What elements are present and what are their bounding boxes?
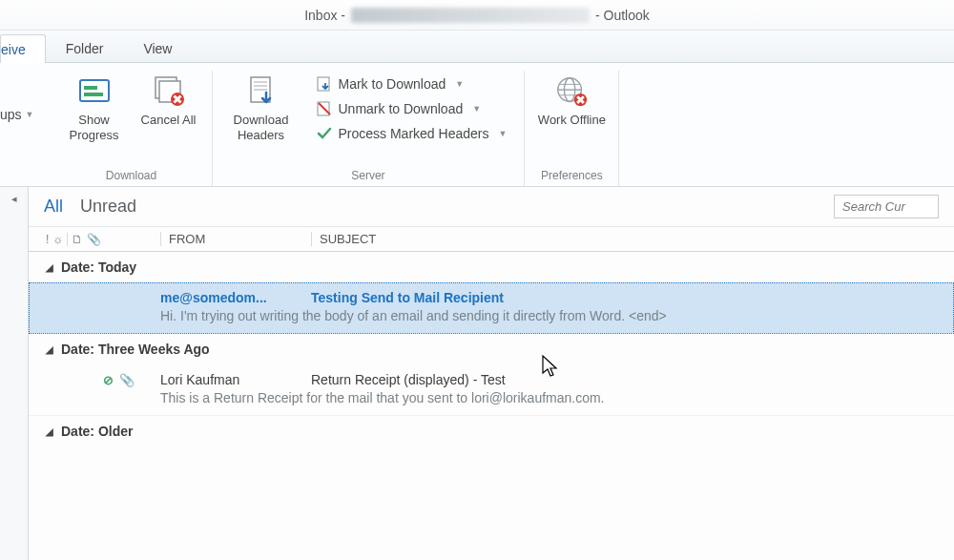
svg-rect-0 <box>80 80 109 101</box>
ribbon-tabs: eive Folder View <box>0 31 954 63</box>
filter-row: All Unread <box>29 187 954 227</box>
column-headers: ! ☼ 🗋 📎 FROM SUBJECT <box>29 227 954 252</box>
mail-icons: ⊘ 📎 <box>46 373 160 387</box>
mail-item-selected[interactable]: me@somedom... Testing Send to Mail Recip… <box>29 282 954 334</box>
title-blurred-account <box>351 8 590 23</box>
reminder-icon: ☼ <box>52 233 63 246</box>
search-input[interactable] <box>834 195 939 218</box>
process-headers-icon <box>316 125 333 142</box>
message-list: All Unread ! ☼ 🗋 📎 FROM SUBJECT ◢ Date: … <box>29 187 954 560</box>
filter-unread[interactable]: Unread <box>80 197 136 217</box>
tracking-icon: ⊘ <box>103 373 114 387</box>
group-header-today[interactable]: ◢ Date: Today <box>29 252 954 282</box>
download-headers-button[interactable]: Download Headers <box>222 71 301 148</box>
cancel-all-button[interactable]: Cancel All <box>135 71 202 132</box>
ribbon-group-label-server: Server <box>351 166 384 186</box>
tab-send-receive-partial[interactable]: eive <box>0 34 46 63</box>
ribbon-group-label-download: Download <box>106 166 156 186</box>
importance-icon: ! <box>46 233 49 246</box>
tab-view[interactable]: View <box>123 33 192 62</box>
unmark-to-download-button[interactable]: Unmark to Download ▼ <box>308 97 515 120</box>
unmark-download-icon <box>316 100 333 117</box>
chevron-down-icon: ▼ <box>455 79 464 89</box>
work-offline-icon <box>554 74 589 109</box>
mail-from: Lori Kaufman <box>160 372 311 387</box>
filter-all[interactable]: All <box>44 197 63 217</box>
svg-rect-9 <box>318 77 329 91</box>
collapse-caret-icon: ◢ <box>46 426 53 437</box>
chevron-down-icon: ▼ <box>472 104 481 114</box>
content-area: ◂ All Unread ! ☼ 🗋 📎 FROM SUBJECT <box>0 187 954 560</box>
process-marked-headers-button[interactable]: Process Marked Headers ▼ <box>308 122 515 145</box>
chevron-down-icon: ▼ <box>498 129 507 138</box>
mail-preview: This is a Return Receipt for the mail th… <box>46 390 937 405</box>
group-header-older[interactable]: ◢ Date: Older <box>29 416 954 446</box>
mail-subject: Return Receipt (displayed) - Test <box>311 372 937 387</box>
itemtype-icon: 🗋 <box>67 233 83 246</box>
outlook-window: Inbox - - Outlook eive Folder View ups▼ … <box>0 0 954 560</box>
collapse-caret-icon: ◢ <box>46 262 53 273</box>
download-headers-icon <box>244 74 279 109</box>
mail-from: me@somedom... <box>160 290 311 305</box>
tab-folder[interactable]: Folder <box>46 33 124 62</box>
svg-rect-1 <box>84 86 97 90</box>
groups-dropdown-partial[interactable]: ups▼ <box>0 71 42 122</box>
title-suffix: - Outlook <box>595 8 650 23</box>
ribbon-group-stub: ups▼ <box>0 71 52 186</box>
show-progress-button[interactable]: Show Progress <box>61 71 128 148</box>
ribbon-group-server: Download Headers Mark to Download ▼ Unma… <box>213 71 526 186</box>
ribbon: ups▼ Show Progress Cancel All Downlo <box>0 63 954 187</box>
mail-preview: Hi. I'm trying out writing the body of a… <box>46 308 937 323</box>
ribbon-group-preferences: Work Offline Preferences <box>525 71 619 186</box>
attachment-icon: 📎 <box>87 233 101 246</box>
mail-subject: Testing Send to Mail Recipient <box>311 290 937 305</box>
mark-download-icon <box>316 75 333 93</box>
progress-icon <box>77 74 112 109</box>
ribbon-group-download: Show Progress Cancel All Download <box>52 71 213 186</box>
group-header-three-weeks[interactable]: ◢ Date: Three Weeks Ago <box>29 334 954 364</box>
mark-to-download-button[interactable]: Mark to Download ▼ <box>308 73 515 95</box>
chevron-down-icon: ▼ <box>26 110 34 119</box>
titlebar: Inbox - - Outlook <box>0 0 954 31</box>
cancel-all-icon <box>152 74 186 109</box>
nav-pane-collapsed[interactable]: ◂ <box>0 187 29 560</box>
col-icons-header[interactable]: ! ☼ 🗋 📎 <box>46 233 160 246</box>
svg-rect-2 <box>84 93 103 96</box>
ribbon-group-label-preferences: Preferences <box>541 166 603 186</box>
collapse-caret-icon: ◢ <box>46 344 53 355</box>
title-prefix: Inbox - <box>304 8 345 23</box>
attachment-icon: 📎 <box>119 373 135 387</box>
col-subject-header[interactable]: SUBJECT <box>311 232 937 246</box>
work-offline-button[interactable]: Work Offline <box>534 71 609 132</box>
mail-item[interactable]: ⊘ 📎 Lori Kaufman Return Receipt (display… <box>29 364 954 416</box>
col-from-header[interactable]: FROM <box>160 232 311 246</box>
